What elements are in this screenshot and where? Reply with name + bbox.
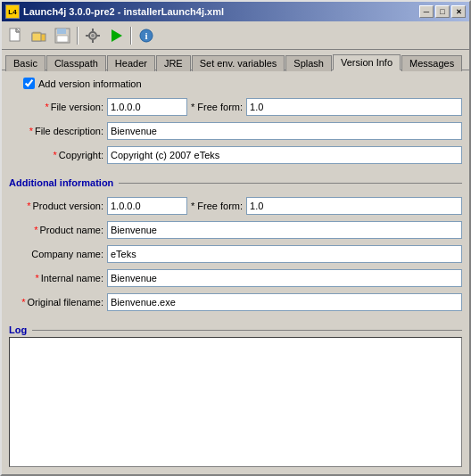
new-icon [8,28,24,44]
tab-messages[interactable]: Messages [401,55,462,71]
minimize-button[interactable]: ─ [419,5,434,18]
svg-rect-15 [97,35,100,37]
log-title: Log [9,324,27,335]
product-name-row: *Product name: [9,221,462,239]
file-description-row: *File description: [9,122,462,140]
product-version-label: *Product version: [9,201,107,211]
maximize-button[interactable]: □ [435,5,450,18]
content-area: Add version information *File version: *… [2,70,469,474]
original-filename-row: *Original filename: [9,293,462,311]
log-divider [32,330,462,331]
save-button[interactable] [52,25,73,46]
internal-name-label: *Internal name: [9,273,107,283]
save-icon [54,28,70,44]
toolbar-sep-1 [77,27,78,45]
titlebar: L4 Launch4j 3.0.0-pre2 - installerLaunch… [2,2,469,21]
free-form-file-label: * Free form: [187,102,246,112]
copyright-row: *Copyright: [9,146,462,164]
file-version-row: *File version: * Free form: [9,98,462,116]
file-version-label: *File version: [9,102,107,112]
svg-rect-13 [92,40,94,43]
product-version-input[interactable] [107,197,187,215]
add-version-checkbox[interactable] [23,78,35,89]
original-filename-input[interactable] [107,293,462,311]
company-name-label: Company name: [9,249,107,259]
settings-icon [85,28,101,44]
info-button[interactable]: i [136,25,157,46]
copyright-label: *Copyright: [9,150,107,160]
add-version-row: Add version information [23,78,462,89]
tab-header[interactable]: Header [107,55,155,71]
company-name-input[interactable] [107,245,462,263]
tab-splash[interactable]: Splash [285,55,332,71]
file-description-label: *File description: [9,126,107,136]
log-section: Log [9,324,462,467]
tab-jre[interactable]: JRE [156,55,191,71]
internal-name-row: *Internal name: [9,269,462,287]
file-version-input[interactable] [107,98,187,116]
app-icon: L4 [5,4,20,19]
svg-rect-9 [57,36,68,42]
open-icon [31,28,47,44]
free-form-product-input[interactable] [246,197,462,215]
main-window: L4 Launch4j 3.0.0-pre2 - installerLaunch… [0,0,471,476]
tab-set-env[interactable]: Set env. variables [192,55,285,71]
product-name-input[interactable] [107,221,462,239]
additional-info-header: Additional information [9,177,462,188]
tab-basic[interactable]: Basic [5,55,45,71]
original-filename-label: *Original filename: [9,297,107,308]
log-area [9,337,462,467]
close-button[interactable]: ✕ [451,5,466,18]
tab-version-info[interactable]: Version Info [333,54,401,70]
new-button[interactable] [5,25,27,46]
svg-rect-12 [92,29,94,31]
titlebar-left: L4 Launch4j 3.0.0-pre2 - installerLaunch… [5,4,224,19]
svg-text:i: i [145,30,147,41]
tab-classpath[interactable]: Classpath [46,55,106,71]
free-form-product-label: * Free form: [187,201,246,211]
copyright-input[interactable] [107,146,462,164]
svg-point-11 [91,34,95,37]
section-divider [119,183,462,184]
open-button[interactable] [29,25,50,46]
additional-info-title: Additional information [9,177,113,188]
free-form-file-input[interactable] [246,98,462,116]
titlebar-buttons: ─ □ ✕ [419,5,466,18]
svg-rect-6 [32,33,41,41]
svg-marker-16 [112,29,122,42]
settings-button[interactable] [82,25,103,46]
log-header: Log [9,324,462,335]
run-button[interactable] [105,25,127,46]
product-version-row: *Product version: * Free form: [9,197,462,215]
run-icon [108,28,124,44]
file-description-input[interactable] [107,122,462,140]
window-title: Launch4j 3.0.0-pre2 - installerLaunch4j.… [23,6,224,17]
tabs-bar: Basic Classpath Header JRE Set env. vari… [2,50,469,70]
add-version-label: Add version information [38,78,142,89]
info-icon: i [138,28,154,44]
toolbar: i [2,21,469,50]
toolbar-sep-2 [130,27,132,45]
company-name-row: Company name: [9,245,462,263]
svg-rect-14 [86,35,88,37]
svg-rect-8 [57,29,66,34]
internal-name-input[interactable] [107,269,462,287]
product-name-label: *Product name: [9,225,107,235]
